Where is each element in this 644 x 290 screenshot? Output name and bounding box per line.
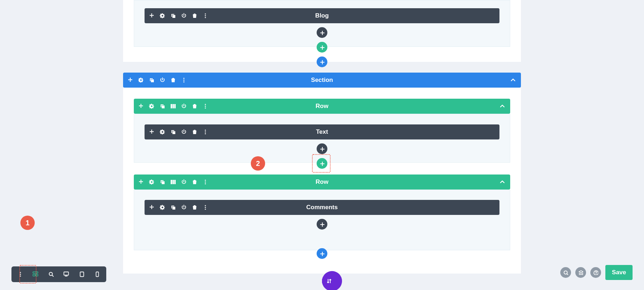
duplicate-icon[interactable] [160,179,165,185]
trash-icon[interactable] [192,13,197,19]
add-module-button[interactable] [317,219,327,230]
desktop-view-button[interactable] [63,270,70,278]
chevron-up-icon [499,179,505,185]
search-button[interactable] [560,267,571,278]
add-module-button[interactable] [317,143,327,154]
zoom-button[interactable] [47,270,55,278]
collapse-button[interactable] [510,77,516,83]
trash-icon[interactable] [192,103,197,109]
duplicate-icon[interactable] [149,77,155,83]
row-0-background [134,0,510,47]
row-toolbar [138,103,208,109]
plus-icon [319,45,325,50]
move-icon[interactable] [127,77,133,83]
chevron-up-icon [510,77,516,83]
plus-icon [319,251,325,256]
move-icon[interactable] [149,129,155,135]
plus-icon [319,146,325,151]
trash-icon[interactable] [170,77,176,83]
move-icon[interactable] [138,179,144,185]
settings-icon[interactable] [149,103,155,109]
power-icon[interactable] [181,103,187,109]
module-toolbar [149,129,208,135]
row-bar-1[interactable]: Row [134,99,510,114]
plus-icon [319,222,325,227]
add-module-button[interactable] [317,27,327,38]
power-icon[interactable] [181,179,187,185]
settings-icon[interactable] [149,179,155,185]
move-icon[interactable] [149,13,155,19]
layers-icon [578,270,583,275]
module-bar-blog[interactable]: Blog [145,8,499,23]
annotation-badge-2: 2 [251,156,265,171]
footer-right-actions: Save [560,265,633,280]
collapse-button[interactable] [499,103,505,109]
plus-icon [319,59,325,64]
power-icon[interactable] [181,13,187,19]
section-bar[interactable]: Section [123,73,521,88]
add-section-button-peek[interactable] [317,248,327,259]
swap-icon [326,278,332,284]
trash-icon[interactable] [192,205,197,210]
move-icon[interactable] [138,103,144,109]
plus-icon [319,30,325,35]
plus-icon [319,161,325,166]
layers-button[interactable] [575,267,586,278]
phone-view-button[interactable] [93,270,101,278]
power-icon[interactable] [181,129,187,135]
help-button[interactable] [590,267,601,278]
duplicate-icon[interactable] [170,13,176,19]
chevron-up-icon [499,103,505,109]
add-row-between-button[interactable] [317,158,327,169]
more-icon[interactable] [181,77,187,83]
trash-icon[interactable] [192,179,197,185]
power-icon[interactable] [181,205,187,210]
module-toolbar [149,205,208,210]
annotation-badge-1: 1 [20,216,35,230]
duplicate-icon[interactable] [170,205,176,210]
move-icon[interactable] [149,205,155,210]
save-label: Save [612,269,626,276]
settings-icon[interactable] [160,13,165,19]
settings-icon[interactable] [160,205,165,210]
help-icon [593,270,598,275]
section-toolbar [127,77,187,83]
more-icon[interactable] [203,205,208,210]
row-toolbar [138,179,208,185]
settings-icon[interactable] [138,77,144,83]
add-row-button[interactable] [317,42,327,53]
more-icon[interactable] [203,179,208,185]
wireframe-view-button[interactable] [32,270,40,278]
settings-icon[interactable] [160,129,165,135]
footer-portability-button[interactable] [322,274,336,288]
columns-icon[interactable] [170,103,176,109]
duplicate-icon[interactable] [160,103,165,109]
row-bar-2[interactable]: Row [134,175,510,190]
duplicate-icon[interactable] [170,129,176,135]
search-icon [563,270,568,275]
save-button[interactable]: Save [605,265,633,280]
more-icon[interactable] [203,13,208,19]
columns-icon[interactable] [170,179,176,185]
tablet-view-button[interactable] [78,270,86,278]
add-section-button[interactable] [317,56,327,67]
module-toolbar [149,13,208,19]
trash-icon[interactable] [192,129,197,135]
power-icon[interactable] [160,77,165,83]
more-icon[interactable] [203,129,208,135]
view-mode-toolbar [11,266,106,282]
module-bar-comments[interactable]: Comments [145,200,499,215]
collapse-button[interactable] [499,179,505,185]
more-icon[interactable] [203,103,208,109]
module-bar-text[interactable]: Text [145,124,499,139]
more-icon[interactable] [16,270,24,278]
